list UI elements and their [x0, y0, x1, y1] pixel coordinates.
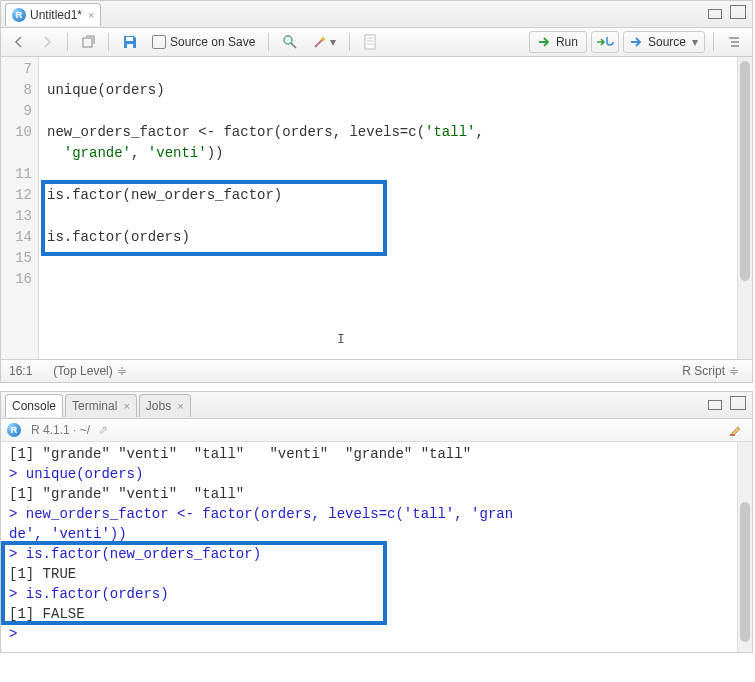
save-button[interactable] — [117, 31, 143, 53]
svg-line-5 — [315, 39, 323, 47]
source-on-save-toggle[interactable]: Source on Save — [147, 31, 260, 53]
arrow-right-icon — [40, 35, 54, 49]
find-button[interactable] — [277, 31, 303, 53]
tab-console[interactable]: Console — [5, 394, 63, 417]
run-button[interactable]: Run — [529, 31, 587, 53]
svg-rect-0 — [83, 38, 92, 47]
arrow-left-icon — [12, 35, 26, 49]
source-tab-untitled1[interactable]: R Untitled1* × — [5, 3, 101, 26]
svg-rect-13 — [730, 434, 735, 436]
window-controls — [712, 396, 746, 410]
editor-scrollbar[interactable] — [737, 57, 752, 359]
notebook-icon — [363, 34, 377, 50]
clear-console-icon[interactable] — [728, 422, 744, 438]
svg-rect-2 — [127, 44, 133, 48]
popout-button[interactable] — [76, 31, 100, 53]
console-pane: Console Terminal× Jobs× R R 4.1.1 · ~/ ⇗… — [0, 391, 753, 653]
popout-icon — [81, 35, 95, 49]
close-icon[interactable]: × — [88, 9, 94, 21]
source-on-save-label: Source on Save — [170, 35, 255, 49]
r-version-path: R 4.1.1 · ~/ — [31, 423, 90, 437]
source-label: Source — [648, 35, 686, 49]
wand-icon — [312, 34, 328, 50]
outline-icon — [727, 35, 741, 49]
svg-rect-6 — [365, 35, 375, 49]
save-icon — [122, 34, 138, 50]
svg-rect-1 — [126, 37, 133, 41]
cursor-position: 16:1 — [9, 364, 32, 378]
r-logo-icon: R — [7, 423, 21, 437]
run-label: Run — [556, 35, 578, 49]
search-icon — [282, 34, 298, 50]
tab-jobs[interactable]: Jobs× — [139, 394, 191, 417]
console-output[interactable]: [1] "grande" "venti" "tall" "venti" "gra… — [1, 442, 752, 652]
nav-back-button[interactable] — [7, 31, 31, 53]
nav-forward-button[interactable] — [35, 31, 59, 53]
minimize-icon[interactable] — [708, 9, 722, 19]
wand-button[interactable]: ▾ — [307, 31, 341, 53]
minimize-icon[interactable] — [708, 400, 722, 410]
outline-button[interactable] — [722, 31, 746, 53]
scope-label: (Top Level) — [53, 364, 112, 378]
tab-terminal[interactable]: Terminal× — [65, 394, 137, 417]
source-arrow-icon — [630, 36, 644, 48]
checkbox-icon — [152, 35, 166, 49]
file-type-selector[interactable]: R Script ≑ — [677, 360, 744, 382]
maximize-icon[interactable] — [730, 5, 746, 19]
scope-selector[interactable]: (Top Level) ≑ — [48, 360, 131, 382]
source-editor[interactable]: 78910 111213141516 unique(orders) new_or… — [1, 57, 752, 359]
source-statusbar: 16:1 (Top Level) ≑ R Script ≑ — [1, 359, 752, 382]
notebook-button[interactable] — [358, 31, 382, 53]
rerun-icon — [596, 35, 614, 49]
code-area[interactable]: unique(orders) new_orders_factor <- fact… — [39, 57, 736, 292]
console-scrollbar[interactable] — [737, 442, 752, 652]
close-icon[interactable]: × — [123, 400, 129, 412]
console-infobar: R R 4.1.1 · ~/ ⇗ — [1, 419, 752, 442]
source-menu-button[interactable]: Source ▾ — [623, 31, 705, 53]
rerun-button[interactable] — [591, 31, 619, 53]
popout-icon[interactable]: ⇗ — [98, 423, 108, 437]
source-toolbar: Source on Save ▾ Run Source ▾ — [1, 28, 752, 57]
close-icon[interactable]: × — [177, 400, 183, 412]
run-arrow-icon — [538, 36, 552, 48]
console-tabbar: Console Terminal× Jobs× — [1, 392, 752, 419]
text-cursor-icon: I — [337, 332, 345, 347]
file-type-label: R Script — [682, 364, 725, 378]
svg-line-4 — [291, 43, 296, 48]
source-pane: R Untitled1* × Source on Save — [0, 0, 753, 383]
r-logo-icon: R — [12, 8, 26, 22]
line-gutter: 78910 111213141516 — [1, 57, 39, 359]
source-tab-title: Untitled1* — [30, 8, 82, 22]
svg-point-3 — [284, 36, 292, 44]
window-controls — [712, 5, 746, 19]
maximize-icon[interactable] — [730, 396, 746, 410]
source-tabbar: R Untitled1* × — [1, 1, 752, 28]
